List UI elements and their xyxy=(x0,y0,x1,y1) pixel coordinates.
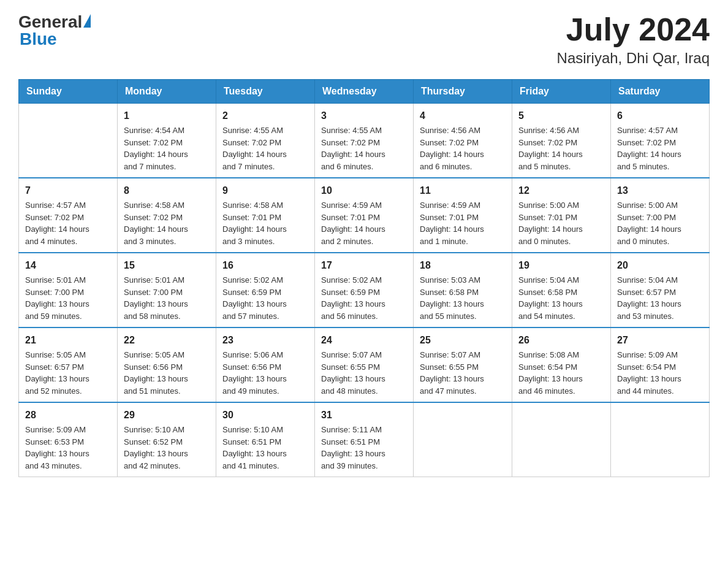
day-detail: Daylight: 13 hours xyxy=(25,373,111,385)
column-header-tuesday: Tuesday xyxy=(216,80,315,104)
day-detail: Sunrise: 5:04 AM xyxy=(518,274,604,286)
day-detail: Sunrise: 4:56 AM xyxy=(518,124,604,137)
day-number: 4 xyxy=(420,109,506,123)
day-detail: Daylight: 14 hours xyxy=(518,223,604,236)
day-detail: Sunset: 7:02 PM xyxy=(25,212,111,224)
day-detail: Sunrise: 5:03 AM xyxy=(420,274,506,286)
day-detail: Daylight: 13 hours xyxy=(321,373,407,385)
day-number: 18 xyxy=(420,258,506,273)
day-detail: and 7 minutes. xyxy=(222,161,308,173)
day-detail: and 58 minutes. xyxy=(124,310,210,323)
day-detail: Sunrise: 5:01 AM xyxy=(124,274,210,286)
calendar-cell: 23Sunrise: 5:06 AMSunset: 6:56 PMDayligh… xyxy=(216,327,315,402)
day-detail: Sunset: 7:02 PM xyxy=(420,137,506,149)
calendar-cell: 19Sunrise: 5:04 AMSunset: 6:58 PMDayligh… xyxy=(512,253,611,327)
day-number: 9 xyxy=(222,183,308,198)
day-number: 3 xyxy=(321,109,407,123)
day-number: 15 xyxy=(124,258,210,273)
column-header-sunday: Sunday xyxy=(19,80,118,104)
calendar-cell xyxy=(19,104,118,178)
day-detail: Sunrise: 5:05 AM xyxy=(25,349,111,361)
day-number: 17 xyxy=(321,258,407,273)
day-detail: Sunrise: 5:07 AM xyxy=(420,349,506,361)
day-detail: Sunrise: 5:09 AM xyxy=(25,424,111,436)
column-header-friday: Friday xyxy=(512,80,611,104)
day-detail: and 6 minutes. xyxy=(420,161,506,173)
day-detail: Sunset: 6:59 PM xyxy=(222,286,308,299)
day-detail: and 49 minutes. xyxy=(222,385,308,397)
day-detail: Daylight: 13 hours xyxy=(518,298,604,310)
calendar-cell: 30Sunrise: 5:10 AMSunset: 6:51 PMDayligh… xyxy=(216,402,315,477)
day-detail: Sunrise: 5:10 AM xyxy=(222,424,308,436)
day-number: 20 xyxy=(617,258,703,273)
calendar-cell: 10Sunrise: 4:59 AMSunset: 7:01 PMDayligh… xyxy=(315,178,414,253)
calendar-cell xyxy=(414,402,512,477)
day-number: 2 xyxy=(222,109,308,123)
day-number: 13 xyxy=(617,183,703,198)
calendar-cell: 8Sunrise: 4:58 AMSunset: 7:02 PMDaylight… xyxy=(118,178,216,253)
logo-blue-text: Blue xyxy=(20,29,57,49)
day-detail: and 56 minutes. xyxy=(321,310,407,323)
day-detail: and 46 minutes. xyxy=(518,385,604,397)
day-detail: Daylight: 14 hours xyxy=(518,148,604,161)
day-number: 21 xyxy=(25,333,111,348)
day-detail: Sunrise: 5:05 AM xyxy=(124,349,210,361)
week-row-4: 21Sunrise: 5:05 AMSunset: 6:57 PMDayligh… xyxy=(19,327,710,402)
day-detail: Sunset: 6:58 PM xyxy=(420,286,506,299)
title-section: July 2024 Nasiriyah, Dhi Qar, Iraq xyxy=(557,12,710,67)
day-detail: Sunrise: 4:59 AM xyxy=(321,199,407,212)
day-detail: Sunset: 6:57 PM xyxy=(25,361,111,373)
day-detail: Sunset: 7:01 PM xyxy=(321,212,407,224)
day-detail: Sunrise: 4:58 AM xyxy=(124,199,210,212)
day-detail: Sunset: 7:02 PM xyxy=(124,137,210,149)
day-detail: Daylight: 13 hours xyxy=(124,298,210,310)
day-number: 8 xyxy=(124,183,210,198)
day-detail: Sunset: 6:54 PM xyxy=(518,361,604,373)
day-detail: Sunrise: 5:02 AM xyxy=(222,274,308,286)
day-detail: Sunrise: 5:00 AM xyxy=(518,199,604,212)
calendar-cell: 21Sunrise: 5:05 AMSunset: 6:57 PMDayligh… xyxy=(19,327,118,402)
calendar-cell: 3Sunrise: 4:55 AMSunset: 7:02 PMDaylight… xyxy=(315,104,414,178)
day-number: 7 xyxy=(25,183,111,198)
calendar-cell: 26Sunrise: 5:08 AMSunset: 6:54 PMDayligh… xyxy=(512,327,611,402)
calendar-cell xyxy=(611,402,710,477)
logo-triangle-icon xyxy=(83,14,91,28)
day-detail: Sunset: 7:01 PM xyxy=(518,212,604,224)
day-detail: and 51 minutes. xyxy=(124,385,210,397)
day-detail: and 44 minutes. xyxy=(617,385,703,397)
day-number: 1 xyxy=(124,109,210,123)
calendar-cell: 28Sunrise: 5:09 AMSunset: 6:53 PMDayligh… xyxy=(19,402,118,477)
day-detail: Daylight: 14 hours xyxy=(222,148,308,161)
calendar-cell: 7Sunrise: 4:57 AMSunset: 7:02 PMDaylight… xyxy=(19,178,118,253)
calendar-cell: 27Sunrise: 5:09 AMSunset: 6:54 PMDayligh… xyxy=(611,327,710,402)
day-detail: Daylight: 14 hours xyxy=(617,148,703,161)
day-detail: Daylight: 13 hours xyxy=(321,298,407,310)
day-detail: Sunset: 6:52 PM xyxy=(124,436,210,448)
day-detail: and 57 minutes. xyxy=(222,310,308,323)
page-subtitle: Nasiriyah, Dhi Qar, Iraq xyxy=(557,50,710,67)
day-number: 5 xyxy=(518,109,604,123)
day-detail: Sunset: 7:01 PM xyxy=(222,212,308,224)
day-detail: Sunset: 6:57 PM xyxy=(617,286,703,299)
day-detail: Sunset: 6:56 PM xyxy=(124,361,210,373)
day-number: 12 xyxy=(518,183,604,198)
day-detail: Sunset: 7:02 PM xyxy=(518,137,604,149)
calendar-cell: 12Sunrise: 5:00 AMSunset: 7:01 PMDayligh… xyxy=(512,178,611,253)
day-detail: Sunrise: 4:58 AM xyxy=(222,199,308,212)
day-detail: Daylight: 13 hours xyxy=(25,298,111,310)
day-detail: Daylight: 14 hours xyxy=(420,223,506,236)
calendar-cell: 9Sunrise: 4:58 AMSunset: 7:01 PMDaylight… xyxy=(216,178,315,253)
day-detail: Daylight: 13 hours xyxy=(617,373,703,385)
day-detail: and 54 minutes. xyxy=(518,310,604,323)
day-detail: Daylight: 13 hours xyxy=(222,298,308,310)
day-detail: and 43 minutes. xyxy=(25,460,111,472)
calendar-cell: 11Sunrise: 4:59 AMSunset: 7:01 PMDayligh… xyxy=(414,178,512,253)
week-row-3: 14Sunrise: 5:01 AMSunset: 7:00 PMDayligh… xyxy=(19,253,710,327)
day-detail: and 5 minutes. xyxy=(617,161,703,173)
day-detail: and 59 minutes. xyxy=(25,310,111,323)
day-detail: Sunset: 7:00 PM xyxy=(617,212,703,224)
logo: General Blue xyxy=(18,12,91,49)
day-detail: Daylight: 13 hours xyxy=(321,448,407,460)
day-detail: and 48 minutes. xyxy=(321,385,407,397)
day-detail: Daylight: 13 hours xyxy=(25,448,111,460)
